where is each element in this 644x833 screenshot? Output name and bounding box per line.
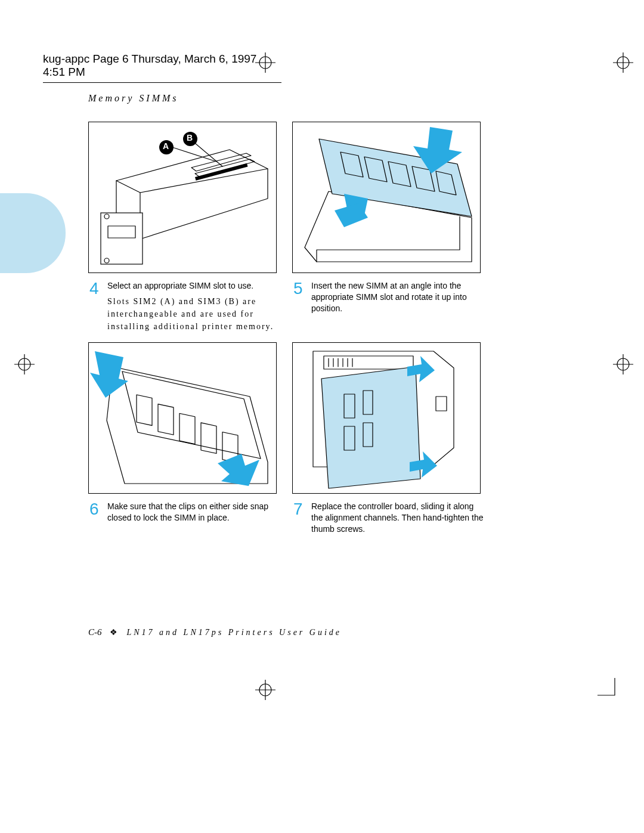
svg-point-6	[18, 358, 30, 370]
step-number: 7	[293, 501, 306, 535]
crop-corner-icon	[597, 678, 615, 696]
page-number: C-6	[88, 627, 102, 637]
step-4-text: Select an appropriate SIMM slot to use.	[107, 281, 253, 290]
svg-marker-21	[195, 159, 255, 177]
page-header: kug-appc Page 6 Thursday, March 6, 1997 …	[43, 52, 281, 83]
step-6: 6 Make sure that the clips on either sid…	[89, 501, 280, 524]
step-5-text: Insert the new SIMM at an angle into the…	[311, 280, 484, 314]
crop-mark-icon	[613, 52, 633, 73]
svg-marker-55	[321, 367, 420, 488]
footer-separator-icon: ❖	[110, 628, 119, 637]
page-footer: C-6 ❖ LN17 and LN17ps Printers User Guid…	[88, 627, 342, 637]
step-7: 7 Replace the controller board, sliding …	[293, 501, 484, 535]
page-tab	[0, 193, 66, 273]
illustration-step-5	[292, 122, 481, 273]
crop-mark-icon	[255, 680, 275, 700]
step-number: 4	[89, 280, 103, 333]
svg-rect-47	[324, 356, 413, 369]
header-text: kug-appc Page 6 Thursday, March 6, 1997 …	[43, 52, 256, 78]
footer-guide: LN17 and LN17ps Printers User Guide	[127, 628, 342, 637]
step-6-text: Make sure that the clips on either side …	[107, 501, 280, 524]
svg-marker-45	[218, 454, 259, 486]
illustration-step-4: A B	[88, 122, 277, 273]
step-4-note: Slots SIM2 (A) and SIM3 (B) are intercha…	[107, 295, 280, 333]
svg-point-3	[617, 57, 629, 69]
crop-mark-icon	[613, 354, 633, 374]
label-b: B	[187, 133, 193, 143]
step-text: Select an appropriate SIMM slot to use. …	[107, 280, 280, 333]
step-number: 6	[89, 501, 103, 524]
step-7-text: Replace the controller board, sliding it…	[311, 501, 484, 535]
step-4: 4 Select an appropriate SIMM slot to use…	[89, 280, 280, 333]
svg-marker-44	[90, 351, 128, 398]
section-heading: Memory SIMMs	[88, 93, 179, 104]
step-number: 5	[293, 280, 306, 314]
label-a: A	[163, 141, 169, 151]
svg-rect-54	[436, 397, 447, 411]
svg-rect-16	[101, 213, 143, 264]
illustration-step-6	[88, 342, 277, 494]
svg-point-9	[617, 358, 629, 370]
crop-mark-icon	[14, 354, 35, 374]
step-5: 5 Insert the new SIMM at an angle into t…	[293, 280, 484, 314]
svg-point-12	[259, 684, 271, 696]
illustration-step-7	[292, 342, 481, 494]
svg-marker-38	[122, 371, 261, 459]
